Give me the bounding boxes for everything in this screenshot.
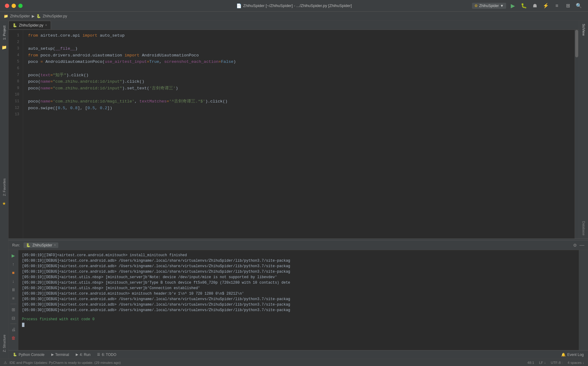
sidebar-divider-2 bbox=[10, 324, 16, 324]
run-left-sidebar: ▶ ↑ ■ ↓ ⏸ ≡ ⊞ ⊟ 🖨 🗑 bbox=[9, 250, 18, 350]
code-line-8: poco(name="com.zhihu.android:id/input").… bbox=[28, 78, 575, 85]
code-line-4: from poco.drivers.android.uiautomation i… bbox=[28, 52, 575, 59]
editor-upper: 🐍 ZhihuSpider.py × 1 2 3 4 5 bbox=[9, 21, 588, 239]
run-tab-zhihuspider[interactable]: 🐍 ZhihuSpider × bbox=[24, 242, 58, 248]
encoding[interactable]: UTF-8 : bbox=[551, 361, 563, 364]
log-line-9: [05:00:30][DEBUG]<airtest.core.android.a… bbox=[22, 296, 575, 302]
cursor bbox=[22, 323, 24, 327]
status-bar: ⚠ IDE and Plugin Updates: PyCharm is rea… bbox=[0, 359, 588, 366]
log-line-3: [05:00:19][DEBUG]<airtest.core.android.a… bbox=[22, 264, 575, 269]
status-message: IDE and Plugin Updates: PyCharm is ready… bbox=[9, 361, 525, 364]
folder-icon: 📁 bbox=[4, 14, 8, 18]
status-right: 48:1 LF ↓ UTF-8 : 4 spaces ↓ bbox=[527, 361, 584, 364]
python-console-tab[interactable]: 🐍 Python Console bbox=[10, 352, 48, 358]
sidebar-item-project[interactable]: 1: Project bbox=[1, 23, 8, 42]
breadcrumb-folder[interactable]: ZhihuSpider bbox=[10, 14, 30, 18]
code-line-3: auto_setup(__file__) bbox=[28, 45, 575, 52]
run-label: Run: bbox=[12, 243, 20, 247]
bottom-tabs-bar: 🐍 Python Console ▶ Terminal ▶ 4: Run ☰ 6… bbox=[9, 350, 588, 359]
run-trash-button[interactable]: 🗑 bbox=[10, 334, 17, 342]
run-tab-close[interactable]: × bbox=[54, 243, 56, 247]
database-tab[interactable]: Database bbox=[582, 218, 586, 239]
cursor-position[interactable]: 48:1 bbox=[527, 361, 534, 364]
todo-icon: ☰ bbox=[97, 353, 100, 357]
left-far-sidebar: 1: Project 📁 2: Favorites ★ Z: Structure bbox=[0, 21, 9, 359]
python-console-icon: 🐍 bbox=[13, 353, 17, 357]
line-numbers: 1 2 3 4 5 6 7 8 9 10 11 12 13 bbox=[9, 30, 23, 239]
run-print-button[interactable]: 🖨 bbox=[10, 326, 17, 333]
split-button[interactable]: ⊞ bbox=[564, 2, 572, 10]
run-grid2-button[interactable]: ⊟ bbox=[10, 314, 17, 322]
run-list-button[interactable]: ≡ bbox=[10, 295, 17, 302]
center-layout: 1: Project 📁 2: Favorites ★ Z: Structure… bbox=[0, 21, 588, 359]
cursor-line bbox=[22, 322, 575, 328]
run-stop-button[interactable]: ■ bbox=[10, 269, 17, 276]
breadcrumb-bar: 📁 ZhihuSpider ▶ 🐍 ZhihuSpider.py bbox=[0, 12, 588, 21]
code-line-7: poco(text="知乎").click() bbox=[28, 72, 575, 79]
coverage-button[interactable]: ☗ bbox=[531, 2, 539, 10]
code-line-11: poco(name='com.zhihu.android:id/magi_tit… bbox=[28, 98, 575, 105]
code-line-5: poco = AndroidUiautomationPoco(use_airte… bbox=[28, 59, 575, 65]
editor-scrollbar[interactable] bbox=[575, 30, 579, 239]
line-ending[interactable]: LF ↓ bbox=[539, 361, 546, 364]
file-tab-zhihuspider[interactable]: 🐍 ZhihuSpider.py × bbox=[9, 21, 51, 29]
minimize-button[interactable] bbox=[12, 4, 16, 8]
editor-and-panel: 🐍 ZhihuSpider.py × 1 2 3 4 5 bbox=[9, 21, 588, 359]
search-button[interactable]: 🔍 bbox=[575, 2, 583, 10]
terminal-tab[interactable]: ▶ Terminal bbox=[48, 352, 72, 358]
run-up-button[interactable]: ↑ bbox=[10, 260, 17, 268]
python-file-icon: 🐍 bbox=[13, 23, 17, 27]
run-grid-button[interactable]: ⊞ bbox=[10, 306, 17, 313]
event-log-icon: 🔔 bbox=[561, 353, 566, 357]
run-tab-bottom[interactable]: ▶ 4: Run bbox=[73, 352, 93, 358]
sciview-tab[interactable]: SciView bbox=[582, 21, 586, 39]
file-icon: 📄 bbox=[236, 3, 241, 8]
log-line-5: [05:00:19][DEBUG]<airtest.utils.nbsp> [m… bbox=[22, 274, 575, 280]
maximize-button[interactable] bbox=[18, 4, 23, 8]
todo-tab[interactable]: ☰ 6: TODO bbox=[94, 352, 119, 358]
status-icon: ⚠ bbox=[4, 361, 7, 365]
bottom-tabs-right: 🔔 Event Log bbox=[558, 352, 587, 358]
run-play-button[interactable]: ▶ bbox=[10, 252, 17, 259]
toolbar-right: ⚙ ZhihuSpider ▼ ▶ 🐛 ☗ ⚡ ≡ ⊞ 🔍 bbox=[472, 2, 583, 10]
star-icon: ★ bbox=[1, 200, 8, 207]
code-body[interactable]: 1 2 3 4 5 6 7 8 9 10 11 12 13 bbox=[9, 30, 579, 239]
run-button[interactable]: ▶ bbox=[509, 2, 517, 10]
close-button[interactable] bbox=[5, 4, 9, 8]
run-down-button[interactable]: ↓ bbox=[10, 278, 17, 285]
code-content[interactable]: from airtest.core.api import auto_setup … bbox=[23, 30, 575, 239]
code-line-1: from airtest.core.api import auto_setup bbox=[28, 32, 575, 39]
log-line-10: [05:00:30][DEBUG]<airtest.core.android.a… bbox=[22, 302, 575, 307]
file-tabs: 🐍 ZhihuSpider.py × bbox=[9, 21, 579, 30]
run-panel-header: Run: 🐍 ZhihuSpider × ⚙ — bbox=[9, 240, 588, 250]
sidebar-icon-folder[interactable]: 📁 bbox=[1, 44, 8, 51]
profile-button[interactable]: ⚡ bbox=[542, 2, 550, 10]
code-line-13 bbox=[28, 111, 575, 118]
breadcrumb-file[interactable]: ZhihuSpider.py bbox=[43, 14, 67, 18]
log-line-8: [05:00:20][DEBUG]<airtest.core.android.m… bbox=[22, 291, 575, 296]
tools-button[interactable]: ≡ bbox=[553, 2, 561, 10]
run-config[interactable]: ⚙ ZhihuSpider ▼ bbox=[472, 3, 506, 9]
log-line-7: [05:00:20][DEBUG]<airtest.utils.nbsp> [m… bbox=[22, 285, 575, 291]
sidebar-item-structure[interactable]: Z: Structure bbox=[1, 332, 8, 354]
log-line-6: [05:00:20][DEBUG]<airtest.utils.nbsp> [m… bbox=[22, 280, 575, 285]
right-sidebar: SciView Database bbox=[579, 21, 588, 239]
log-line-11: [05:00:30][DEBUG]<airtest.core.android.a… bbox=[22, 307, 575, 313]
run-right-sidebar bbox=[579, 250, 588, 350]
event-log-button[interactable]: 🔔 Event Log bbox=[558, 352, 587, 358]
settings-icon[interactable]: ⚙ bbox=[573, 243, 577, 248]
code-line-2 bbox=[28, 39, 575, 46]
log-line-2: [05:00:19][DEBUG]<airtest.core.android.a… bbox=[22, 258, 575, 264]
run-output[interactable]: [05:00:19][INFO]<airtest.core.android.mi… bbox=[18, 250, 579, 350]
sidebar-item-favorites[interactable]: 2: Favorites bbox=[1, 176, 8, 198]
run-panel: Run: 🐍 ZhihuSpider × ⚙ — ▶ ↑ ■ bbox=[9, 240, 588, 350]
tab-close-button[interactable]: × bbox=[45, 23, 47, 27]
indent[interactable]: 4 spaces ↓ bbox=[568, 361, 584, 364]
code-editor: 🐍 ZhihuSpider.py × 1 2 3 4 5 bbox=[9, 21, 579, 239]
debug-button[interactable]: 🐛 bbox=[520, 2, 528, 10]
run-pause-button[interactable]: ⏸ bbox=[10, 286, 17, 293]
scrollbar-thumb[interactable] bbox=[575, 30, 578, 57]
code-line-10 bbox=[28, 92, 575, 98]
minimize-panel-button[interactable]: — bbox=[579, 242, 584, 248]
sidebar-divider bbox=[10, 304, 16, 304]
